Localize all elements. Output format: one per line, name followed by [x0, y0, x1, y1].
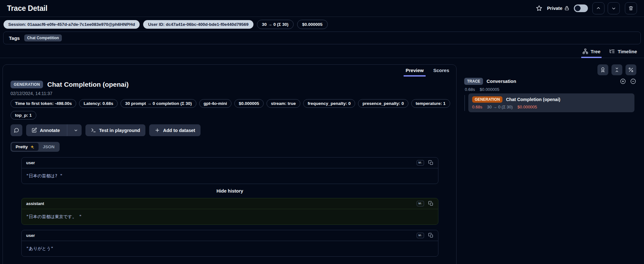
- tab-scores[interactable]: Scores: [433, 68, 449, 76]
- button-divider: [67, 124, 67, 136]
- tab-tree-label: Tree: [591, 49, 601, 54]
- message-header: user M↓: [22, 158, 438, 168]
- metric-pill: gpt-4o-mini: [199, 99, 232, 108]
- chevron-up-icon: [596, 6, 601, 11]
- message-header-icons: M↓: [417, 201, 434, 206]
- trace-nav-buttons: [592, 2, 637, 14]
- copy-icon: [428, 160, 434, 165]
- metric-pill: temperature: 1: [411, 99, 450, 108]
- observation-header: GENERATION Chat Completion (openai): [11, 81, 449, 88]
- tab-timeline[interactable]: Timeline: [609, 48, 637, 58]
- collapse-all-button[interactable]: [611, 64, 622, 75]
- copy-button[interactable]: [428, 233, 434, 238]
- message-header-icons: M↓: [417, 160, 434, 165]
- add-to-dataset-button[interactable]: Add to dataset: [149, 124, 201, 136]
- format-json-button[interactable]: JSON: [39, 143, 59, 151]
- metric-pill: Latency: 0.68s: [79, 99, 118, 108]
- tags-label: Tags: [9, 35, 20, 41]
- annotate-button[interactable]: Annotate: [26, 124, 82, 136]
- markdown-toggle-button[interactable]: M↓: [417, 201, 424, 206]
- session-badge[interactable]: Session: 01aaacf6-e0fe-457d-a7de-7c1ee08…: [4, 20, 140, 29]
- message-list: user M↓ "日本の首都は? " Hide history assistan…: [21, 157, 438, 257]
- playground-label: Test in playground: [99, 128, 140, 133]
- message-user-2: user M↓ "ありがとう": [21, 230, 438, 257]
- plus-icon: [155, 128, 160, 133]
- observation-timestamp: 02/12/2024, 14:11:37: [11, 91, 449, 96]
- copy-button[interactable]: [428, 160, 434, 165]
- trace-type-badge: TRACE: [464, 78, 483, 85]
- scores-award-button[interactable]: [597, 64, 608, 75]
- message-user-1: user M↓ "日本の首都は? ": [21, 157, 438, 184]
- award-icon: [600, 67, 606, 73]
- cost-badge: $0.000005: [297, 20, 328, 29]
- add-to-dataset-label: Add to dataset: [163, 128, 195, 133]
- message-role: assistant: [26, 201, 44, 206]
- tab-tree[interactable]: Tree: [582, 48, 601, 58]
- tree-node-generation[interactable]: GENERATION Chat Completion (openai) 0.68…: [468, 93, 634, 112]
- tag-chip[interactable]: Chat Competition: [24, 34, 62, 41]
- trace-title: Conversation: [487, 79, 516, 84]
- metric-pill: presence_penalty: 0: [358, 99, 408, 108]
- terminal-icon: [91, 128, 96, 133]
- star-icon: [536, 5, 543, 12]
- top-bar: Trace Detail Private: [0, 0, 644, 17]
- node-tokens: 30 → 0 (Σ 30): [487, 105, 513, 109]
- token-usage-badge: 30 → 0 (Σ 30): [257, 20, 294, 29]
- copy-icon: [428, 201, 434, 206]
- trace-identifier-row: Session: 01aaacf6-e0fe-457d-a7de-7c1ee08…: [0, 17, 644, 32]
- percent-icon: [628, 67, 634, 73]
- observation-title: Chat Completion (openai): [47, 81, 129, 88]
- tree-node-header: GENERATION Chat Completion (openai): [472, 96, 631, 103]
- tab-timeline-label: Timeline: [618, 49, 637, 54]
- comment-icon: [14, 128, 19, 133]
- delete-trace-button[interactable]: [625, 2, 637, 14]
- annotate-dropdown[interactable]: [70, 124, 82, 136]
- trace-root-metrics: 0.68s $0.000005: [465, 87, 499, 92]
- annotate-label: Annotate: [40, 128, 60, 133]
- node-latency: 0.68s: [472, 105, 482, 109]
- message-role: user: [26, 233, 35, 238]
- tree-expand-controls: [620, 78, 636, 84]
- view-tabs: Tree Timeline: [0, 45, 644, 58]
- tree-node-title: Chat Completion (openai): [506, 97, 560, 102]
- message-content: "ありがとう": [22, 241, 438, 256]
- tags-row: Tags Chat Competition: [3, 32, 641, 44]
- format-pretty-button[interactable]: Pretty: [11, 143, 39, 151]
- node-cost: $0.000005: [517, 105, 537, 109]
- tab-preview[interactable]: Preview: [406, 68, 424, 76]
- test-in-playground-button[interactable]: Test in playground: [85, 124, 146, 136]
- visibility-toggle[interactable]: [574, 4, 588, 12]
- message-assistant: assistant M↓ "日本の首都は東京です。 ": [21, 198, 438, 225]
- markdown-toggle-button[interactable]: M↓: [417, 233, 424, 238]
- tree-icon: [582, 48, 588, 54]
- tree-indent-line: [465, 95, 465, 111]
- user-id-badge[interactable]: User ID: dc47a41e-06bc-400d-bde1-f0e440d…: [143, 20, 253, 29]
- fold-vertical-icon: [614, 67, 620, 73]
- observation-metrics-row-2: top_p: 1: [11, 111, 449, 120]
- message-header: assistant M↓: [22, 198, 438, 209]
- comment-button[interactable]: [11, 124, 22, 136]
- metric-pill: frequency_penalty: 0: [303, 99, 355, 108]
- chevron-down-icon: [611, 6, 616, 11]
- tree-node-metrics: 0.68s 30 → 0 (Σ 30) $0.000005: [472, 105, 631, 109]
- collapse-tree-button[interactable]: [630, 78, 636, 84]
- bookmark-star-button[interactable]: [536, 5, 543, 12]
- copy-button[interactable]: [428, 201, 434, 206]
- circle-plus-icon: [620, 78, 626, 84]
- metrics-percent-button[interactable]: [626, 64, 636, 75]
- hide-history-button[interactable]: Hide history: [21, 188, 438, 194]
- message-header: user M↓: [22, 230, 438, 241]
- metric-pill: top_p: 1: [11, 111, 36, 120]
- expand-all-button[interactable]: [620, 78, 626, 84]
- visibility-status: Private: [547, 6, 569, 11]
- next-trace-button[interactable]: [608, 2, 620, 14]
- trace-root-row[interactable]: TRACE Conversation: [464, 78, 636, 85]
- metric-pill: stream: true: [267, 99, 300, 108]
- previous-trace-button[interactable]: [592, 2, 604, 14]
- metric-pill: Time to first token: -498.00s: [11, 99, 76, 108]
- markdown-toggle-button[interactable]: M↓: [417, 160, 424, 165]
- observation-metrics-row-1: Time to first token: -498.00s Latency: 0…: [11, 99, 449, 108]
- chevron-down-icon: [74, 128, 78, 133]
- format-toggle: Pretty JSON: [11, 142, 60, 152]
- observation-actions: Annotate Test in playground Add to datas…: [11, 124, 449, 136]
